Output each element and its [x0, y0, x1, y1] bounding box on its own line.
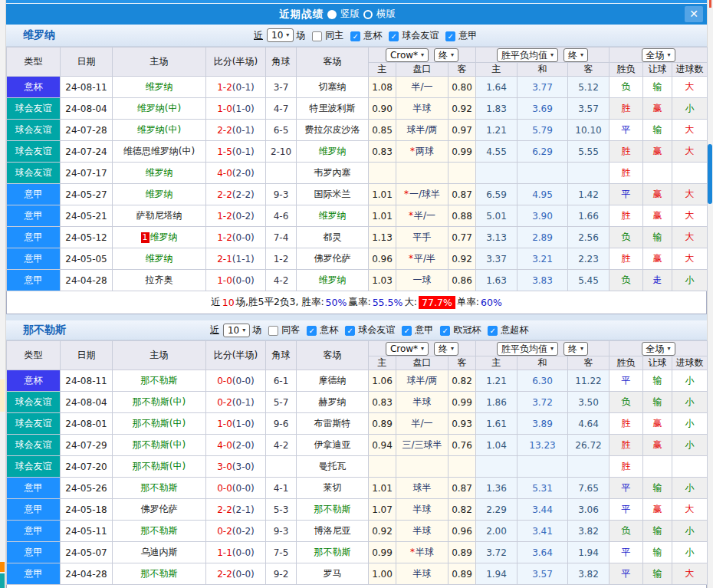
avg-away-cell — [568, 163, 610, 184]
odds-source-select[interactable]: Crow*▾ — [386, 342, 429, 356]
close-icon[interactable]: ✕ — [685, 6, 703, 22]
away-team-cell: 曼托瓦 — [297, 456, 369, 478]
handicap-result-cell — [643, 456, 672, 478]
recent-link[interactable]: 近 — [210, 324, 219, 337]
background-fragment — [0, 573, 5, 588]
match-row: 意甲24-05-21萨勒尼塔纳1-2(0-2)4-6维罗纳1.01*半/一0.8… — [7, 205, 708, 227]
avg-select[interactable]: 胜平负均值▾ — [497, 342, 558, 356]
home-team-cell: 维罗纳 — [113, 248, 206, 270]
handicap-result-cell: 输 — [643, 478, 672, 499]
competition-label[interactable]: 意甲 — [415, 324, 433, 337]
vertical-layout-radio[interactable] — [327, 10, 337, 19]
competition-checkbox[interactable]: ✓ — [445, 31, 455, 41]
type-cell: 意甲 — [7, 270, 61, 291]
competition-checkbox[interactable]: ✓ — [488, 326, 498, 336]
result-cell: 平 — [610, 370, 643, 392]
competition-checkbox[interactable]: ✓ — [350, 31, 360, 41]
home-team-name: 维德思维罗纳(中) — [123, 146, 195, 156]
away-team-cell: 维罗纳 — [297, 141, 369, 163]
handicap-text: 球半 — [413, 482, 432, 493]
match-row: 球会友谊24-08-01那不勒斯(中)1-0(1-0)9-6布雷斯特0.89半/… — [7, 413, 708, 435]
competition-checkbox[interactable]: ✓ — [389, 31, 399, 41]
avg-draw-cell: 3.83 — [518, 270, 568, 291]
avg-draw-cell: 3.57 — [518, 563, 568, 585]
competition-label[interactable]: 意超杯 — [501, 324, 528, 337]
recent-results-dialog: 近期战绩 竖版 横版 ✕ 维罗纳 近10▾场同主✓意杯✓球会友谊✓意甲 类型 日… — [6, 3, 707, 588]
home-team-cell: 佛罗伦萨 — [113, 499, 206, 521]
handicap-text: 半/一 — [411, 81, 432, 92]
avg-home-cell: 1.21 — [476, 120, 518, 141]
summary-segment: 10 — [222, 297, 235, 308]
competition-label[interactable]: 意甲 — [458, 29, 477, 42]
goals-cell: 小 — [672, 521, 708, 542]
corner-cell — [266, 456, 297, 478]
avg-draw-cell: 3.89 — [518, 413, 568, 435]
background-fragment — [0, 379, 5, 412]
handicap-star: * — [409, 253, 413, 264]
home-team-name: 萨勒尼塔纳 — [136, 210, 182, 221]
score-cell: 1-1(0-0) — [206, 542, 266, 563]
score-cell: 2-1(1-1) — [206, 248, 266, 270]
odds-final-select[interactable]: 终▾ — [434, 48, 458, 62]
avg-draw-cell: 3.41 — [518, 521, 568, 542]
col-type: 类型 — [7, 48, 61, 77]
scope-select[interactable]: 全场▾ — [642, 342, 675, 356]
odds-source-select[interactable]: Crow*▾ — [386, 48, 429, 62]
score-cell: 1-2(0-1) — [206, 77, 266, 98]
col-goals: 进球数 — [672, 356, 708, 370]
corner-cell: 4-2 — [266, 270, 297, 291]
corner-cell: 3-7 — [266, 77, 297, 98]
avg-final-select[interactable]: 终▾ — [564, 342, 588, 356]
col-goals: 进球数 — [672, 63, 708, 77]
competition-checkbox[interactable]: ✓ — [440, 326, 450, 336]
competition-label[interactable]: 意杯 — [320, 324, 338, 337]
handicap-star: * — [409, 210, 413, 221]
avg-home-cell: 1.64 — [476, 77, 518, 98]
odds-final-select[interactable]: 终▾ — [434, 342, 458, 356]
horizontal-layout-radio[interactable] — [363, 10, 373, 19]
games-count-value: 10 — [228, 325, 239, 336]
page-scrollbar-thumb[interactable] — [708, 144, 712, 204]
same-venue-label[interactable]: 同客 — [281, 324, 300, 337]
odds-home-cell: 0.94 — [369, 435, 396, 456]
games-count-select[interactable]: 10▾ — [267, 28, 294, 42]
dialog-title: 近期战绩 — [279, 8, 324, 21]
scope-select[interactable]: 全场▾ — [642, 48, 675, 62]
same-venue-label[interactable]: 同主 — [325, 29, 343, 42]
competition-label[interactable]: 球会友谊 — [358, 324, 395, 337]
avg-final-select[interactable]: 终▾ — [564, 48, 588, 62]
home-team-cell: 萨勒尼塔纳 — [113, 205, 206, 227]
competition-label[interactable]: 意杯 — [363, 29, 382, 42]
background-fragment — [0, 562, 5, 572]
same-venue-checkbox[interactable] — [268, 326, 278, 336]
result-cell: 胜 — [610, 163, 643, 184]
games-count-select[interactable]: 10▾ — [223, 324, 250, 337]
halftime-score: (1-0) — [232, 419, 255, 429]
date-cell: 24-05-11 — [61, 521, 113, 542]
goals-cell: 小 — [672, 270, 708, 291]
goals-cell — [672, 456, 708, 478]
competition-label[interactable]: 欧冠杯 — [453, 324, 481, 337]
odds-away-cell — [449, 163, 476, 184]
section-divider — [6, 314, 707, 320]
vertical-layout-label[interactable]: 竖版 — [340, 8, 360, 21]
same-venue-checkbox[interactable] — [312, 31, 322, 41]
col-handicap: 盘口 — [396, 63, 449, 77]
corner-cell — [266, 163, 297, 184]
score-cell: 1-2(0-0) — [206, 227, 266, 248]
away-team-cell: 国际米兰 — [297, 184, 369, 205]
date-cell: 24-05-12 — [61, 227, 113, 248]
home-team-cell: 乌迪内斯 — [113, 542, 206, 563]
recent-link[interactable]: 近 — [254, 29, 263, 42]
away-team-cell: 费拉尔皮沙洛 — [297, 120, 369, 141]
competition-label[interactable]: 球会友谊 — [402, 29, 439, 42]
type-cell: 意杯 — [7, 370, 61, 392]
date-cell: 24-08-01 — [61, 413, 113, 435]
horizontal-layout-label[interactable]: 横版 — [376, 8, 396, 21]
competition-checkbox[interactable]: ✓ — [402, 326, 412, 336]
result-cell: 平 — [610, 120, 643, 141]
competition-checkbox[interactable]: ✓ — [307, 326, 317, 336]
avg-select[interactable]: 胜平负均值▾ — [497, 48, 558, 62]
competition-checkbox[interactable]: ✓ — [345, 326, 355, 336]
handicap-cell: *半/一 — [396, 205, 449, 227]
